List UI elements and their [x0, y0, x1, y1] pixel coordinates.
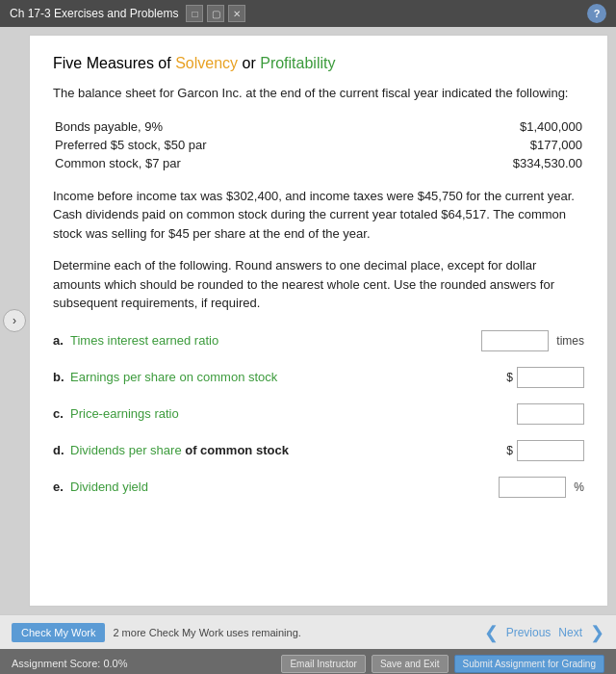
help-circle-icon[interactable]: ? [587, 4, 606, 23]
question-item-b: b. Earnings per share on common stock $ [53, 367, 584, 388]
question-label-d: d. [53, 443, 70, 457]
previous-arrow-icon: ❮ [484, 622, 499, 643]
score-label: Assignment Score: 0.0% [12, 658, 127, 669]
separator: or [238, 55, 260, 71]
question-text-e: Dividend yield [70, 480, 499, 494]
question-link-d[interactable]: Dividends per share [70, 443, 182, 457]
question-label-b: b. [53, 370, 70, 384]
question-link-b[interactable]: Earnings per share on common stock [70, 370, 277, 384]
title-bar-title: Ch 17-3 Exercises and Problems [10, 7, 178, 20]
check-bar: Check My Work 2 more Check My Work uses … [0, 614, 616, 649]
page-title-prefix: Five Measures of [53, 55, 175, 71]
check-bar-right: ❮ Previous Next ❯ [484, 622, 604, 643]
intro-text: The balance sheet for Garcon Inc. at the… [53, 84, 584, 103]
input-group-b: $ [506, 367, 584, 388]
title-bar: Ch 17-3 Exercises and Problems □ ▢ ✕ ? [0, 0, 616, 27]
question-item-d: d. Dividends per share of common stock $ [53, 440, 584, 461]
question-text-d: Dividends per share of common stock [70, 443, 506, 457]
previous-button[interactable]: Previous [506, 626, 552, 639]
main-wrapper: › Five Measures of Solvency or Profitabi… [0, 27, 616, 614]
balance-label-2: Preferred $5 stock, $50 par [55, 137, 465, 153]
balance-table: Bonds payable, 9% $1,400,000 Preferred $… [53, 117, 584, 173]
title-bar-icons: □ ▢ ✕ [186, 5, 245, 22]
next-button[interactable]: Next [558, 626, 582, 639]
unit-label-e: % [574, 480, 584, 494]
email-instructor-button[interactable]: Email Instructor [281, 655, 365, 673]
check-bar-left: Check My Work 2 more Check My Work uses … [12, 623, 301, 642]
question-item-c: c. Price-earnings ratio [53, 403, 584, 425]
balance-value-1: $1,400,000 [467, 118, 582, 135]
table-row: Common stock, $7 par $334,530.00 [55, 155, 582, 171]
income-text: Income before income tax was $302,400, a… [53, 187, 584, 244]
table-row: Bonds payable, 9% $1,400,000 [55, 118, 582, 135]
dollar-sign-b: $ [506, 371, 513, 384]
next-arrow-icon: ❯ [590, 622, 604, 643]
copy-icon[interactable]: □ [186, 5, 203, 22]
question-link-e[interactable]: Dividend yield [70, 480, 148, 494]
answer-input-e[interactable] [499, 477, 566, 498]
answer-input-b[interactable] [517, 367, 584, 388]
question-text-b: Earnings per share on common stock [70, 370, 506, 384]
balance-value-3: $334,530.00 [467, 155, 582, 171]
balance-label-1: Bonds payable, 9% [55, 118, 465, 135]
question-link-c[interactable]: Price-earnings ratio [70, 406, 179, 421]
input-group-a: times [481, 330, 584, 351]
question-bold-d: of common stock [182, 443, 289, 457]
answer-input-c[interactable] [517, 403, 584, 425]
question-text-c: Price-earnings ratio [70, 406, 517, 421]
score-buttons: Email Instructor Save and Exit Submit As… [281, 655, 604, 673]
question-item-e: e. Dividend yield % [53, 477, 584, 498]
dollar-sign-d: $ [506, 444, 513, 457]
profitability-text: Profitability [260, 55, 335, 71]
window-icon[interactable]: ▢ [207, 5, 224, 22]
question-item-a: a. Times interest earned ratio times [53, 330, 584, 351]
unit-label-a: times [556, 334, 584, 348]
left-arrow-button[interactable]: › [3, 309, 26, 332]
remaining-text: 2 more Check My Work uses remaining. [113, 627, 300, 638]
question-label-c: c. [53, 406, 70, 421]
score-bar: Assignment Score: 0.0% Email Instructor … [0, 649, 616, 674]
balance-value-2: $177,000 [467, 137, 582, 153]
table-row: Preferred $5 stock, $50 par $177,000 [55, 137, 582, 153]
title-bar-left: Ch 17-3 Exercises and Problems □ ▢ ✕ [10, 5, 245, 22]
left-nav: › [0, 27, 29, 614]
close-icon[interactable]: ✕ [228, 5, 245, 22]
content-panel: Five Measures of Solvency or Profitabili… [29, 35, 608, 607]
submit-assignment-button[interactable]: Submit Assignment for Grading [454, 655, 604, 673]
check-my-work-button[interactable]: Check My Work [12, 623, 105, 642]
solvency-text: Solvency [175, 55, 238, 71]
determine-text: Determine each of the following. Round a… [53, 256, 584, 313]
input-group-e: % [499, 477, 584, 498]
input-group-c [517, 403, 584, 425]
answer-input-d[interactable] [517, 440, 584, 461]
answer-input-a[interactable] [481, 330, 549, 351]
page-title: Five Measures of Solvency or Profitabili… [53, 55, 584, 72]
question-link-a[interactable]: Times interest earned ratio [70, 333, 218, 348]
save-and-exit-button[interactable]: Save and Exit [372, 655, 449, 673]
question-label-e: e. [53, 480, 70, 494]
balance-label-3: Common stock, $7 par [55, 155, 465, 171]
question-text-a: Times interest earned ratio [70, 333, 481, 348]
questions-list: a. Times interest earned ratio times b. … [53, 330, 584, 498]
question-label-a: a. [53, 333, 70, 348]
input-group-d: $ [506, 440, 584, 461]
